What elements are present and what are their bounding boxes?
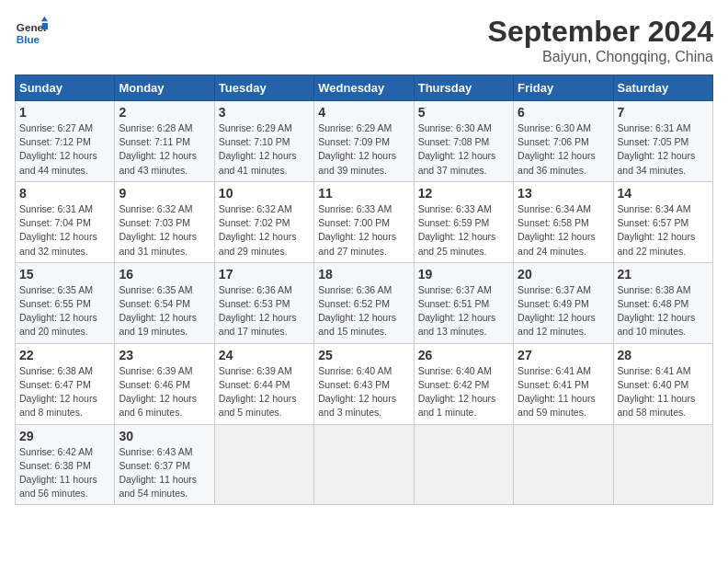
day-number: 8: [19, 186, 110, 201]
calendar-cell: [613, 424, 712, 505]
calendar-body: 1 Sunrise: 6:27 AMSunset: 7:12 PMDayligh…: [16, 101, 713, 505]
calendar-cell: 30 Sunrise: 6:43 AMSunset: 6:37 PMDaylig…: [115, 424, 214, 505]
day-number: 25: [318, 348, 409, 362]
calendar-cell: 5 Sunrise: 6:30 AMSunset: 7:08 PMDayligh…: [414, 101, 513, 182]
location-title: Baiyun, Chongqing, China: [488, 49, 713, 65]
calendar-cell: 11 Sunrise: 6:33 AMSunset: 7:00 PMDaylig…: [314, 181, 414, 262]
calendar-cell: 9 Sunrise: 6:32 AMSunset: 7:03 PMDayligh…: [115, 181, 214, 262]
calendar-cell: 13 Sunrise: 6:34 AMSunset: 6:58 PMDaylig…: [514, 181, 613, 262]
day-info: Sunrise: 6:36 AMSunset: 6:53 PMDaylight:…: [219, 283, 310, 339]
svg-text:Blue: Blue: [17, 33, 40, 45]
day-info: Sunrise: 6:30 AMSunset: 7:08 PMDaylight:…: [418, 121, 509, 178]
day-number: 18: [318, 267, 409, 282]
calendar-cell: [314, 424, 414, 505]
day-number: 12: [418, 186, 509, 201]
day-number: 24: [219, 348, 310, 362]
day-info: Sunrise: 6:30 AMSunset: 7:06 PMDaylight:…: [518, 121, 609, 178]
day-info: Sunrise: 6:37 AMSunset: 6:49 PMDaylight:…: [518, 283, 609, 339]
day-info: Sunrise: 6:31 AMSunset: 7:04 PMDaylight:…: [19, 202, 110, 259]
day-number: 11: [318, 186, 409, 201]
calendar-cell: [414, 424, 513, 505]
calendar-cell: 16 Sunrise: 6:35 AMSunset: 6:54 PMDaylig…: [115, 262, 214, 343]
svg-marker-3: [42, 23, 48, 29]
calendar-cell: 8 Sunrise: 6:31 AMSunset: 7:04 PMDayligh…: [16, 181, 115, 262]
day-number: 15: [19, 267, 110, 282]
calendar-header-row: SundayMondayTuesdayWednesdayThursdayFrid…: [16, 75, 713, 101]
day-number: 1: [19, 105, 110, 120]
calendar-week-1: 1 Sunrise: 6:27 AMSunset: 7:12 PMDayligh…: [16, 101, 713, 182]
calendar-cell: 7 Sunrise: 6:31 AMSunset: 7:05 PMDayligh…: [613, 101, 712, 182]
calendar-cell: [514, 424, 613, 505]
calendar-cell: 1 Sunrise: 6:27 AMSunset: 7:12 PMDayligh…: [16, 101, 115, 182]
day-number: 2: [119, 105, 210, 120]
day-header-monday: Monday: [115, 75, 214, 101]
calendar-cell: 25 Sunrise: 6:40 AMSunset: 6:43 PMDaylig…: [314, 343, 414, 424]
day-number: 6: [518, 105, 609, 120]
calendar-cell: 20 Sunrise: 6:37 AMSunset: 6:49 PMDaylig…: [514, 262, 613, 343]
svg-marker-2: [41, 17, 48, 21]
day-number: 30: [119, 429, 210, 443]
calendar-cell: 12 Sunrise: 6:33 AMSunset: 6:59 PMDaylig…: [414, 181, 513, 262]
day-info: Sunrise: 6:32 AMSunset: 7:03 PMDaylight:…: [119, 202, 210, 259]
day-info: Sunrise: 6:40 AMSunset: 6:43 PMDaylight:…: [318, 364, 409, 420]
day-info: Sunrise: 6:34 AMSunset: 6:58 PMDaylight:…: [518, 202, 609, 259]
day-info: Sunrise: 6:33 AMSunset: 7:00 PMDaylight:…: [318, 202, 409, 259]
calendar-cell: 26 Sunrise: 6:40 AMSunset: 6:42 PMDaylig…: [414, 343, 513, 424]
day-info: Sunrise: 6:37 AMSunset: 6:51 PMDaylight:…: [418, 283, 509, 339]
calendar-cell: 29 Sunrise: 6:42 AMSunset: 6:38 PMDaylig…: [16, 424, 115, 505]
day-info: Sunrise: 6:27 AMSunset: 7:12 PMDaylight:…: [19, 121, 110, 178]
calendar-cell: [214, 424, 313, 505]
calendar-cell: 27 Sunrise: 6:41 AMSunset: 6:41 PMDaylig…: [514, 343, 613, 424]
day-number: 17: [219, 267, 310, 282]
day-header-friday: Friday: [514, 75, 613, 101]
day-number: 20: [518, 267, 609, 282]
day-number: 9: [119, 186, 210, 201]
calendar-week-5: 29 Sunrise: 6:42 AMSunset: 6:38 PMDaylig…: [16, 424, 713, 505]
day-number: 16: [119, 267, 210, 282]
calendar-cell: 24 Sunrise: 6:39 AMSunset: 6:44 PMDaylig…: [214, 343, 313, 424]
calendar-cell: 14 Sunrise: 6:34 AMSunset: 6:57 PMDaylig…: [613, 181, 712, 262]
day-number: 26: [418, 348, 509, 362]
day-info: Sunrise: 6:39 AMSunset: 6:44 PMDaylight:…: [219, 364, 310, 420]
calendar-table: SundayMondayTuesdayWednesdayThursdayFrid…: [15, 75, 713, 505]
day-number: 13: [518, 186, 609, 201]
day-number: 22: [19, 348, 110, 362]
day-info: Sunrise: 6:35 AMSunset: 6:54 PMDaylight:…: [119, 283, 210, 339]
day-info: Sunrise: 6:38 AMSunset: 6:47 PMDaylight:…: [19, 364, 110, 420]
calendar-cell: 21 Sunrise: 6:38 AMSunset: 6:48 PMDaylig…: [613, 262, 712, 343]
day-header-saturday: Saturday: [613, 75, 712, 101]
day-header-sunday: Sunday: [16, 75, 115, 101]
day-info: Sunrise: 6:40 AMSunset: 6:42 PMDaylight:…: [418, 364, 509, 420]
day-header-tuesday: Tuesday: [214, 75, 313, 101]
day-info: Sunrise: 6:35 AMSunset: 6:55 PMDaylight:…: [19, 283, 110, 339]
month-title: September 2024: [488, 15, 713, 49]
day-info: Sunrise: 6:41 AMSunset: 6:41 PMDaylight:…: [518, 364, 609, 420]
day-number: 5: [418, 105, 509, 120]
day-number: 28: [618, 348, 709, 362]
title-area: September 2024 Baiyun, Chongqing, China: [488, 15, 713, 65]
day-number: 23: [119, 348, 210, 362]
logo-icon: General Blue: [15, 15, 48, 48]
calendar-cell: 18 Sunrise: 6:36 AMSunset: 6:52 PMDaylig…: [314, 262, 414, 343]
day-info: Sunrise: 6:43 AMSunset: 6:37 PMDaylight:…: [119, 445, 210, 501]
day-info: Sunrise: 6:39 AMSunset: 6:46 PMDaylight:…: [119, 364, 210, 420]
calendar-cell: 15 Sunrise: 6:35 AMSunset: 6:55 PMDaylig…: [16, 262, 115, 343]
calendar-cell: 19 Sunrise: 6:37 AMSunset: 6:51 PMDaylig…: [414, 262, 513, 343]
day-info: Sunrise: 6:41 AMSunset: 6:40 PMDaylight:…: [618, 364, 709, 420]
day-number: 21: [618, 267, 709, 282]
calendar-week-2: 8 Sunrise: 6:31 AMSunset: 7:04 PMDayligh…: [16, 181, 713, 262]
day-info: Sunrise: 6:31 AMSunset: 7:05 PMDaylight:…: [618, 121, 709, 178]
day-number: 3: [219, 105, 310, 120]
day-info: Sunrise: 6:36 AMSunset: 6:52 PMDaylight:…: [318, 283, 409, 339]
day-number: 19: [418, 267, 509, 282]
day-info: Sunrise: 6:28 AMSunset: 7:11 PMDaylight:…: [119, 121, 210, 178]
day-number: 14: [618, 186, 709, 201]
calendar-cell: 28 Sunrise: 6:41 AMSunset: 6:40 PMDaylig…: [613, 343, 712, 424]
day-info: Sunrise: 6:29 AMSunset: 7:10 PMDaylight:…: [219, 121, 310, 178]
day-info: Sunrise: 6:34 AMSunset: 6:57 PMDaylight:…: [618, 202, 709, 259]
day-info: Sunrise: 6:38 AMSunset: 6:48 PMDaylight:…: [618, 283, 709, 339]
calendar-week-3: 15 Sunrise: 6:35 AMSunset: 6:55 PMDaylig…: [16, 262, 713, 343]
logo: General Blue: [15, 15, 48, 48]
day-number: 4: [318, 105, 409, 120]
calendar-cell: 23 Sunrise: 6:39 AMSunset: 6:46 PMDaylig…: [115, 343, 214, 424]
